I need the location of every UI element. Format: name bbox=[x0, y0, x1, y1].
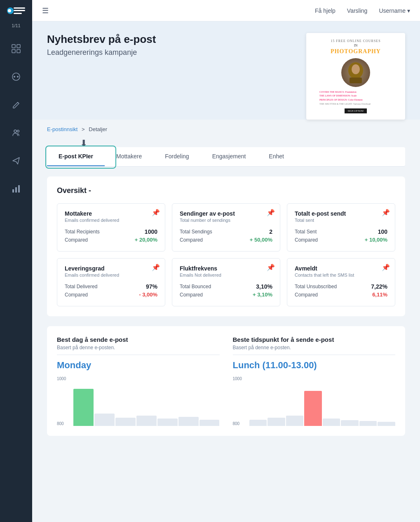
best-grid: Best dag å sende e-post Basert på denne … bbox=[57, 336, 395, 426]
tab-fordeling[interactable]: Fordeling bbox=[153, 147, 200, 166]
breadcrumb: E-postinnsikt > Detaljer bbox=[47, 126, 405, 132]
tab-engasjement[interactable]: Engasjement bbox=[201, 147, 258, 166]
best-day-chart: 1000 800 bbox=[57, 376, 220, 426]
kpi-grid: 📌 Mottakere Emails confirmed delivered T… bbox=[57, 203, 395, 306]
pin-icon-6[interactable]: 📌 bbox=[382, 263, 390, 271]
breadcrumb-link[interactable]: E-postinnsikt bbox=[47, 126, 77, 132]
help-link[interactable]: Få hjelp bbox=[315, 7, 336, 14]
logo[interactable] bbox=[0, 0, 32, 21]
pin-icon-5[interactable]: 📌 bbox=[267, 263, 275, 271]
sidebar-icon-send[interactable] bbox=[7, 153, 25, 169]
svg-point-9 bbox=[12, 73, 20, 80]
sidebar-icon-grid[interactable] bbox=[7, 40, 25, 57]
kpi-compared-label-5: Compared bbox=[180, 292, 203, 298]
nav-section: E-postinnsikt > Detaljer ⬇ E-post KPIer … bbox=[32, 120, 420, 167]
kpi-section: Oversikt - 📌 Mottakere Emails confirmed … bbox=[47, 176, 405, 316]
kpi-compared-label-4: Compared bbox=[65, 292, 88, 298]
kpi-section-title: Oversikt - bbox=[57, 186, 395, 195]
kpi-value-delivered: 97% bbox=[146, 283, 157, 290]
bar-day-1 bbox=[73, 389, 94, 426]
kpi-card-subtitle-2: Total number of sendings bbox=[180, 218, 272, 223]
sidebar: 1/11 bbox=[0, 0, 32, 522]
y-label-1000-time: 1000 bbox=[233, 376, 242, 381]
sidebar-icon-dashboard[interactable] bbox=[7, 68, 25, 85]
hamburger-icon[interactable]: ☰ bbox=[42, 6, 49, 15]
pin-icon-4[interactable]: 📌 bbox=[152, 263, 160, 271]
kpi-value-recipients: 1000 bbox=[145, 228, 157, 235]
kpi-card-leveringsgrad: 📌 Leveringsgrad Emails confirmed deliver… bbox=[57, 258, 165, 306]
kpi-compared-value-5: + 3,10% bbox=[253, 292, 272, 298]
svg-rect-16 bbox=[18, 185, 20, 193]
svg-rect-5 bbox=[12, 45, 15, 48]
bar-day-3 bbox=[115, 418, 136, 426]
bar-time-1 bbox=[249, 420, 267, 426]
best-day-divider bbox=[57, 355, 220, 355]
kpi-compared-label-6: Compared bbox=[295, 292, 318, 298]
kpi-label-delivered: Total Delivered bbox=[65, 284, 97, 289]
tab-enhet[interactable]: Enhet bbox=[257, 147, 296, 166]
svg-point-13 bbox=[17, 130, 19, 132]
course-photo bbox=[341, 58, 370, 87]
bar-time-3 bbox=[286, 416, 304, 426]
tab-email-kpier[interactable]: E-post KPIer bbox=[47, 147, 105, 166]
kpi-value-sendings: 2 bbox=[269, 228, 272, 235]
kpi-compared-label-1: Compared bbox=[65, 237, 88, 243]
kpi-card-title-1: Mottakere bbox=[65, 210, 157, 217]
best-day-value: Monday bbox=[57, 360, 220, 371]
breadcrumb-separator: > bbox=[82, 126, 85, 132]
kpi-card-subtitle-3: Total sent bbox=[295, 218, 387, 223]
chart-y-labels-day: 1000 800 bbox=[57, 376, 66, 426]
best-time-title: Beste tidspunkt for å sende e-post bbox=[233, 336, 396, 343]
bar-day-2 bbox=[94, 414, 115, 426]
svg-point-12 bbox=[14, 130, 16, 132]
chart-y-labels-time: 1000 800 bbox=[233, 376, 242, 426]
bar-time-5 bbox=[323, 419, 340, 426]
svg-point-11 bbox=[17, 76, 19, 78]
svg-rect-3 bbox=[14, 10, 25, 11]
pin-icon-3[interactable]: 📌 bbox=[382, 209, 390, 216]
kpi-label-bounced: Total Bounced bbox=[180, 284, 211, 289]
kpi-value-unsubscribed: 7,22% bbox=[371, 283, 387, 290]
notification-link[interactable]: Varsling bbox=[347, 7, 368, 14]
kpi-card-sendinger: 📌 Sendinger av e-post Total number of se… bbox=[172, 203, 280, 252]
tabs-container: E-post KPIer Mottakere Fordeling Engasje… bbox=[47, 147, 405, 167]
tab-mottakere[interactable]: Mottakere bbox=[105, 147, 153, 166]
sidebar-icon-edit[interactable] bbox=[7, 96, 25, 113]
svg-point-1 bbox=[8, 9, 11, 12]
svg-rect-14 bbox=[12, 189, 14, 193]
kpi-compared-label-3: Compared bbox=[295, 237, 318, 243]
bar-day-6 bbox=[178, 417, 199, 426]
best-time-subtitle: Basert på denne e-posten. bbox=[233, 345, 396, 350]
bar-time-4 bbox=[304, 391, 322, 426]
kpi-card-title-4: Leveringsgrad bbox=[65, 265, 157, 272]
kpi-card-mottakere: 📌 Mottakere Emails confirmed delivered T… bbox=[57, 203, 165, 252]
pin-icon-1[interactable]: 📌 bbox=[152, 209, 160, 216]
kpi-compared-value-2: + 50,00% bbox=[250, 237, 272, 243]
course-subtitle: 15 FREE ONLINE COURSES bbox=[319, 39, 392, 43]
best-day-card: Best dag å sende e-post Basert på denne … bbox=[57, 336, 220, 426]
kpi-card-title-2: Sendinger av e-post bbox=[180, 210, 272, 217]
course-cta: SIGN UP NOW bbox=[345, 108, 367, 113]
kpi-compared-value-4: - 3,00% bbox=[139, 292, 157, 298]
sidebar-icons bbox=[0, 40, 32, 197]
y-label-800-day: 800 bbox=[57, 421, 66, 426]
svg-rect-7 bbox=[12, 49, 15, 53]
bar-time-7 bbox=[359, 421, 377, 426]
best-day-subtitle: Basert på denne e-posten. bbox=[57, 345, 220, 350]
kpi-label-sendings: Total Sendings bbox=[180, 229, 212, 235]
pin-icon-2[interactable]: 📌 bbox=[267, 209, 275, 216]
kpi-card-subtitle-4: Emails confirmed delivered bbox=[65, 273, 157, 277]
svg-rect-8 bbox=[17, 49, 20, 53]
kpi-value-sent: 100 bbox=[378, 228, 387, 235]
user-menu[interactable]: Username ▾ bbox=[379, 7, 410, 14]
kpi-card-fluktfrekvens: 📌 Fluktfrekvens Emails Not delivered Tot… bbox=[172, 258, 280, 306]
sidebar-icon-chart[interactable] bbox=[7, 181, 25, 197]
course-topic: PHOTOGRAPHY bbox=[319, 48, 392, 55]
topnav: ☰ Få hjelp Varsling Username ▾ bbox=[32, 0, 420, 21]
kpi-compared-value-3: + 10,00% bbox=[365, 237, 387, 243]
best-section: Best dag å sende e-post Basert på denne … bbox=[47, 326, 405, 436]
tab-arrow: ⬇ bbox=[80, 139, 87, 148]
kpi-card-avmeldt: 📌 Avmeldt Contacts that left the SMS lis… bbox=[287, 258, 395, 306]
sidebar-icon-contacts[interactable] bbox=[7, 125, 25, 141]
best-time-value: Lunch (11.00-13.00) bbox=[233, 360, 396, 371]
